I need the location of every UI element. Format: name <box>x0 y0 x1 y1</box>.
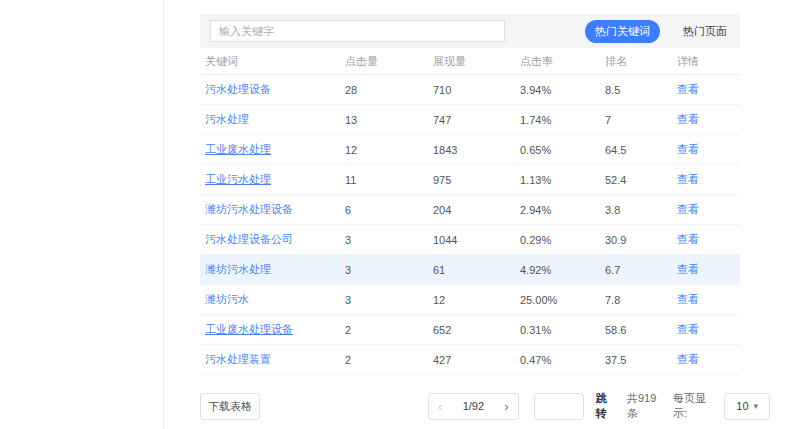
keyword-cell: 污水处理 <box>200 112 340 127</box>
detail-cell: 查看 <box>672 142 740 157</box>
ctr-cell: 0.47% <box>515 354 600 366</box>
impressions-cell: 747 <box>428 114 515 126</box>
view-link[interactable]: 查看 <box>677 143 699 155</box>
rank-cell: 58.6 <box>600 324 672 336</box>
clicks-cell: 2 <box>340 324 428 336</box>
sidebar-divider <box>163 0 164 429</box>
keyword-cell: 污水处理设备公司 <box>200 232 340 247</box>
view-link[interactable]: 查看 <box>677 173 699 185</box>
view-link[interactable]: 查看 <box>677 233 699 245</box>
impressions-cell: 427 <box>428 354 515 366</box>
clicks-cell: 3 <box>340 294 428 306</box>
keyword-cell: 潍坊污水处理 <box>200 262 340 277</box>
keyword-cell: 污水处理装置 <box>200 352 340 367</box>
keyword-link[interactable]: 工业废水处理 <box>205 143 271 155</box>
table-row: 工业废水处理设备 2 652 0.31% 58.6 查看 <box>200 315 740 345</box>
view-link[interactable]: 查看 <box>677 203 699 215</box>
keyword-link[interactable]: 工业废水处理设备 <box>205 323 293 335</box>
keyword-link[interactable]: 污水处理设备公司 <box>205 233 293 245</box>
page-jump-input[interactable] <box>534 393 584 420</box>
column-header-ctr: 点击率 <box>515 54 600 69</box>
table-row: 污水处理装置 2 427 0.47% 37.5 查看 <box>200 345 740 375</box>
impressions-cell: 975 <box>428 174 515 186</box>
view-link[interactable]: 查看 <box>677 83 699 95</box>
detail-cell: 查看 <box>672 172 740 187</box>
clicks-cell: 11 <box>340 174 428 186</box>
keyword-cell: 潍坊污水 <box>200 292 340 307</box>
table-footer: 下载表格 ‹ 1/92 › 跳转 共919条 每页显示: 10 ▾ <box>200 392 770 420</box>
keyword-link[interactable]: 污水处理设备 <box>205 83 271 95</box>
rank-cell: 7 <box>600 114 672 126</box>
ctr-cell: 2.94% <box>515 204 600 216</box>
view-link[interactable]: 查看 <box>677 323 699 335</box>
keyword-link[interactable]: 潍坊污水处理 <box>205 263 271 275</box>
keyword-link[interactable]: 污水处理装置 <box>205 353 271 365</box>
page-size-value: 10 <box>736 400 748 412</box>
detail-cell: 查看 <box>672 82 740 97</box>
clicks-cell: 6 <box>340 204 428 216</box>
rank-cell: 3.8 <box>600 204 672 216</box>
view-link[interactable]: 查看 <box>677 263 699 275</box>
rank-cell: 6.7 <box>600 264 672 276</box>
column-header-keyword: 关键词 <box>200 54 340 69</box>
keyword-cell: 潍坊污水处理设备 <box>200 202 340 217</box>
jump-label[interactable]: 跳转 <box>596 391 617 421</box>
next-page-icon[interactable]: › <box>504 400 508 413</box>
hot-keywords-button[interactable]: 热门关键词 <box>585 20 660 43</box>
table-header-row: 关键词 点击量 展现量 点击率 排名 详情 <box>200 48 740 75</box>
view-link[interactable]: 查看 <box>677 113 699 125</box>
detail-cell: 查看 <box>672 262 740 277</box>
ctr-cell: 25.00% <box>515 294 600 306</box>
ctr-cell: 1.74% <box>515 114 600 126</box>
column-header-clicks: 点击量 <box>340 54 428 69</box>
clicks-cell: 3 <box>340 234 428 246</box>
ctr-cell: 0.31% <box>515 324 600 336</box>
keyword-link[interactable]: 污水处理 <box>205 113 249 125</box>
column-header-impressions: 展现量 <box>428 54 515 69</box>
keyword-toolbar: 热门关键词 热门页面 <box>200 14 740 48</box>
total-count: 共919条 <box>627 391 666 421</box>
table-row: 污水处理设备公司 3 1044 0.29% 30.9 查看 <box>200 225 740 255</box>
rank-cell: 7.8 <box>600 294 672 306</box>
table-row: 工业污水处理 11 975 1.13% 52.4 查看 <box>200 165 740 195</box>
page-size-label: 每页显示: <box>673 391 719 421</box>
table-row: 潍坊污水处理 3 61 4.92% 6.7 查看 <box>200 255 740 285</box>
search-input[interactable] <box>210 20 505 42</box>
keyword-cell: 工业废水处理设备 <box>200 322 340 337</box>
download-table-button[interactable]: 下载表格 <box>200 393 260 420</box>
keyword-link[interactable]: 工业污水处理 <box>205 173 271 185</box>
table-row: 工业废水处理 12 1843 0.65% 64.5 查看 <box>200 135 740 165</box>
keyword-link[interactable]: 潍坊污水处理设备 <box>205 203 293 215</box>
impressions-cell: 61 <box>428 264 515 276</box>
ctr-cell: 1.13% <box>515 174 600 186</box>
page-indicator: 1/92 <box>463 400 484 412</box>
rank-cell: 8.5 <box>600 84 672 96</box>
page-size-select[interactable]: 10 ▾ <box>724 393 770 420</box>
view-link[interactable]: 查看 <box>677 293 699 305</box>
hot-pages-link[interactable]: 热门页面 <box>683 24 727 39</box>
rank-cell: 64.5 <box>600 144 672 156</box>
keyword-cell: 污水处理设备 <box>200 82 340 97</box>
impressions-cell: 204 <box>428 204 515 216</box>
table-row: 污水处理 13 747 1.74% 7 查看 <box>200 105 740 135</box>
pagination: ‹ 1/92 › <box>428 393 519 420</box>
impressions-cell: 1843 <box>428 144 515 156</box>
view-link[interactable]: 查看 <box>677 353 699 365</box>
clicks-cell: 28 <box>340 84 428 96</box>
rank-cell: 30.9 <box>600 234 672 246</box>
table-row: 污水处理设备 28 710 3.94% 8.5 查看 <box>200 75 740 105</box>
caret-down-icon: ▾ <box>754 402 759 411</box>
table-row: 潍坊污水 3 12 25.00% 7.8 查看 <box>200 285 740 315</box>
table-body: 污水处理设备 28 710 3.94% 8.5 查看 污水处理 13 747 1… <box>200 75 740 375</box>
keyword-link[interactable]: 潍坊污水 <box>205 293 249 305</box>
table-row: 潍坊污水处理设备 6 204 2.94% 3.8 查看 <box>200 195 740 225</box>
impressions-cell: 652 <box>428 324 515 336</box>
detail-cell: 查看 <box>672 232 740 247</box>
prev-page-icon[interactable]: ‹ <box>438 400 442 413</box>
ctr-cell: 3.94% <box>515 84 600 96</box>
impressions-cell: 1044 <box>428 234 515 246</box>
impressions-cell: 12 <box>428 294 515 306</box>
keyword-cell: 工业污水处理 <box>200 172 340 187</box>
ctr-cell: 4.92% <box>515 264 600 276</box>
impressions-cell: 710 <box>428 84 515 96</box>
